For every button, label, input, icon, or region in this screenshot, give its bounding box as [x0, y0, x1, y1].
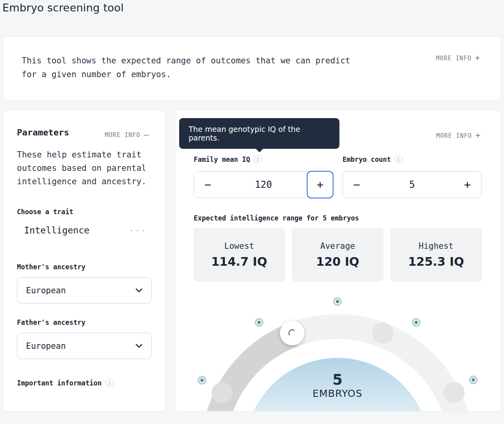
- lowest-card: Lowest 114.7 IQ: [193, 228, 285, 281]
- embryo-marker-dot: [412, 318, 421, 327]
- intro-card: This tool shows the expected range of ou…: [3, 36, 501, 100]
- lowest-value: 114.7 IQ: [211, 255, 267, 268]
- gauge-knob[interactable]: [280, 321, 304, 345]
- parameters-panel: Parameters MORE INFO — These help estima…: [3, 110, 165, 411]
- minus-icon: —: [144, 131, 149, 139]
- mother-ancestry-label: Mother's ancestry: [17, 263, 85, 271]
- more-info-label: MORE INFO: [436, 55, 471, 62]
- highest-card: Highest 125.3 IQ: [390, 228, 482, 281]
- father-ancestry-select[interactable]: European: [17, 333, 152, 359]
- trait-row: Intelligence ···: [17, 225, 152, 235]
- highest-label: Highest: [419, 241, 454, 251]
- more-info-label: MORE INFO: [105, 131, 140, 139]
- chevron-down-icon: [135, 344, 143, 348]
- plus-icon: +: [475, 54, 480, 62]
- plus-icon: +: [475, 131, 481, 140]
- tooltip-text: The mean genotypic IQ of the parents.: [189, 125, 330, 142]
- average-value: 120 IQ: [316, 255, 359, 268]
- tooltip-arrow: [256, 149, 263, 152]
- trait-value: Intelligence: [17, 225, 89, 235]
- gauge-ring-dot: [211, 382, 233, 404]
- embryo-count-increment-button[interactable]: +: [454, 172, 481, 198]
- chevron-down-icon: [135, 288, 143, 293]
- range-heading: Expected intelligence range for 5 embryo…: [194, 214, 359, 222]
- mother-ancestry-value: European: [26, 286, 66, 295]
- gauge-embryo-unit: EMBRYOS: [313, 388, 363, 399]
- results-more-info-button[interactable]: MORE INFO +: [436, 131, 481, 140]
- page-title: Embryo screening tool: [2, 2, 124, 14]
- average-label: Average: [320, 241, 355, 251]
- important-information-label: Important information: [17, 379, 102, 387]
- parameters-title: Parameters: [17, 128, 69, 137]
- family-iq-tooltip: The mean genotypic IQ of the parents.: [179, 118, 339, 149]
- gauge-embryo-count: 5: [332, 371, 343, 388]
- gauge-ring-dot: [372, 322, 393, 344]
- embryo-marker-dot: [198, 376, 206, 385]
- results-panel: 5 EMBRYOS MORE INFO + The mean genotypic…: [175, 110, 501, 411]
- family-iq-label-row: Family mean IQ i: [194, 155, 262, 163]
- gauge-ring-dot: [443, 382, 465, 403]
- embryo-marker-dot: [469, 376, 478, 384]
- average-card: Average 120 IQ: [292, 228, 384, 281]
- embryo-count-stepper: 5 − +: [343, 171, 482, 198]
- important-information-row: Important information i: [17, 379, 114, 387]
- father-ancestry-label: Father's ancestry: [17, 318, 85, 326]
- father-ancestry-value: European: [26, 341, 66, 351]
- iq-range-cards: Lowest 114.7 IQ Average 120 IQ Highest 1…: [193, 228, 482, 281]
- embryo-count-label: Embryo count: [343, 156, 391, 163]
- parameters-description: These help estimate trait outcomes based…: [17, 148, 155, 188]
- highest-value: 125.3 IQ: [408, 255, 464, 268]
- family-iq-label: Family mean IQ: [194, 156, 250, 163]
- parameters-more-info-button[interactable]: MORE INFO —: [105, 131, 149, 139]
- mother-ancestry-select[interactable]: European: [17, 277, 152, 304]
- info-icon[interactable]: i: [254, 155, 262, 163]
- embryo-count-decrement-button[interactable]: −: [343, 172, 371, 198]
- family-iq-increment-button[interactable]: +: [307, 171, 334, 198]
- more-info-label: MORE INFO: [436, 132, 472, 139]
- intro-text: This tool shows the expected range of ou…: [22, 54, 364, 81]
- embryo-marker-dot: [255, 318, 263, 327]
- embryo-count-label-row: Embryo count i: [343, 155, 403, 163]
- trait-label: Choose a trait: [17, 208, 73, 216]
- info-icon[interactable]: i: [395, 155, 403, 163]
- family-iq-stepper: 120 − +: [194, 171, 333, 198]
- trait-menu-ellipsis-icon[interactable]: ···: [129, 226, 152, 235]
- embryo-marker-dot: [333, 297, 342, 306]
- info-icon[interactable]: i: [106, 379, 114, 387]
- family-iq-decrement-button[interactable]: −: [194, 172, 222, 198]
- lowest-label: Lowest: [224, 241, 254, 251]
- intro-more-info-button[interactable]: MORE INFO +: [436, 54, 480, 62]
